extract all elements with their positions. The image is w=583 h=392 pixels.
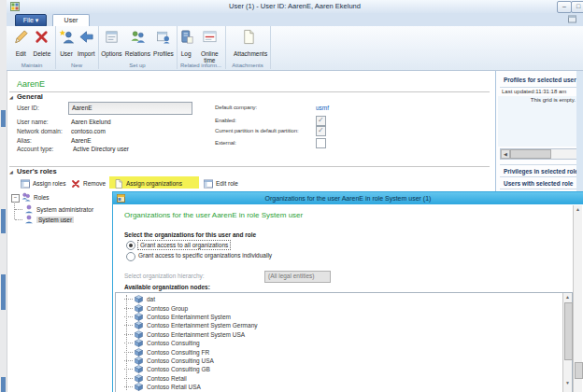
maximize-button[interactable]: □: [571, 1, 583, 13]
pencil-icon: [13, 29, 29, 45]
org-node-label: Contoso Retail: [147, 375, 187, 382]
tree-root-roles[interactable]: Roles: [34, 194, 50, 201]
partition-checkbox[interactable]: [316, 126, 326, 136]
tree-item-system-administrator[interactable]: System administrator: [36, 206, 93, 213]
scroll-up-icon[interactable]: ▲: [563, 293, 572, 301]
titlebar: User (1) - User ID: AarenE, Aaren Ekelun…: [7, 0, 583, 14]
org-node-row[interactable]: Contoso Consulting GB: [116, 365, 572, 373]
org-node-row[interactable]: dat: [116, 295, 572, 303]
factbox-divider: [500, 164, 578, 165]
external-checkbox[interactable]: [316, 138, 326, 148]
org-node-label: dat: [147, 296, 155, 302]
org-node-row[interactable]: Contoso Entertainment System: [116, 313, 572, 321]
org-node-row[interactable]: Contoso Entertainment System Germany: [116, 321, 572, 329]
network-domain-value: contoso.com: [71, 128, 106, 134]
organization-cube-icon: [135, 295, 143, 303]
section-general[interactable]: General: [17, 92, 43, 101]
minimize-button[interactable]: –: [557, 1, 572, 13]
hierarchy-select[interactable]: (All legal entities): [264, 271, 331, 283]
radio-specific-organizations-label[interactable]: Grant access to specific organizations i…: [138, 252, 272, 259]
import-arrow-icon: [78, 29, 94, 45]
radio-all-organizations-label[interactable]: Grant access to all organizations: [137, 240, 231, 250]
organization-cube-icon: [135, 374, 143, 383]
edit-role-button[interactable]: Edit role: [204, 177, 238, 189]
default-company-link[interactable]: usmf: [316, 105, 329, 111]
scroll-thumb[interactable]: [510, 149, 551, 159]
user-id-input[interactable]: AarenE: [68, 102, 192, 115]
scroll-left-icon[interactable]: ◀: [501, 149, 510, 159]
dialog-scrollbar[interactable]: ▲: [573, 205, 582, 392]
org-tree-rows: dat Contoso Group Contoso Entertainment …: [116, 293, 572, 391]
scroll-up-icon[interactable]: ▲: [574, 205, 582, 213]
user-name-label: User name:: [17, 119, 49, 125]
scroll-down-icon[interactable]: ▼: [563, 379, 572, 386]
org-node-row[interactable]: Contoso Retail USA: [116, 383, 572, 391]
factbox-divider: [500, 87, 578, 88]
last-updated-text: Last updated:11:31:18 am: [502, 89, 566, 94]
nav-edge-segment: [1, 377, 6, 392]
enabled-label: Enabled:: [215, 118, 236, 123]
tree-guide: [124, 316, 133, 317]
log-icon: [178, 29, 194, 45]
org-node-row[interactable]: Contoso Entertainment System USA: [116, 330, 572, 339]
options-icon: [104, 29, 120, 45]
factbox-profiles-header[interactable]: Profiles for selected user: [504, 77, 576, 83]
group-label-setup: Set up: [98, 63, 177, 68]
tree-guide: [124, 386, 133, 387]
org-node-row[interactable]: Contoso Consulting FR: [116, 347, 572, 356]
org-tree: dat Contoso Group Contoso Entertainment …: [115, 292, 573, 392]
ribbon: Edit Delete Maintain User Import New Opt…: [7, 26, 583, 71]
organizations-dialog: Organizations for the user AarenE in rol…: [112, 191, 583, 392]
profiles-icon: [155, 29, 171, 45]
org-node-row[interactable]: Contoso Retail: [116, 374, 572, 383]
assign-organizations-button[interactable]: Assign organizations: [114, 177, 182, 189]
organization-cube-icon: [135, 348, 143, 357]
group-label-maintain: Maintain: [8, 63, 55, 68]
tree-guide: [124, 352, 133, 353]
scroll-thumb[interactable]: [564, 302, 573, 360]
assign-roles-button[interactable]: Assign roles: [21, 177, 65, 189]
file-menu-button[interactable]: File ▾: [15, 14, 47, 27]
organization-cube-icon: [135, 330, 143, 339]
user-id-label: User ID:: [17, 105, 39, 111]
tree-expander[interactable]: −: [11, 194, 20, 203]
enabled-checkbox[interactable]: [316, 116, 326, 126]
delete-x-icon: [34, 29, 50, 45]
org-tree-scrollbar[interactable]: ▲ ▼: [562, 293, 572, 392]
factbox-privileges-header[interactable]: Privileges in selected role: [504, 168, 578, 175]
factbox-users-header[interactable]: Users with selected role: [504, 180, 573, 187]
ribbon-group-related: Log Online time Related inform...: [177, 26, 226, 69]
organization-cube-icon: [135, 313, 143, 321]
tab-user[interactable]: User: [52, 14, 90, 27]
org-node-label: Contoso Group: [147, 305, 188, 312]
ribbon-group-setup: Options Relations Profiles Set up: [98, 26, 178, 69]
radio-all-organizations[interactable]: [126, 241, 135, 250]
profiles-grid-hscrollbar[interactable]: ◀: [500, 148, 578, 160]
tree-guide: [124, 299, 133, 300]
remove-role-button[interactable]: Remove: [71, 177, 106, 189]
tree-guide: [124, 369, 133, 370]
user-name-value: Aaren Ekelund: [71, 119, 111, 125]
remove-x-icon: [71, 179, 80, 189]
collapse-triangle-icon[interactable]: ◢: [9, 169, 13, 175]
org-node-row[interactable]: Contoso Consulting USA: [116, 357, 572, 365]
tree-item-system-user[interactable]: System user: [36, 217, 74, 223]
ribbon-tab-row: File ▾ User: [7, 13, 583, 26]
ribbon-group-maintain: Edit Delete Maintain: [8, 26, 56, 69]
org-node-row[interactable]: Contoso Group: [116, 303, 572, 312]
collapse-triangle-icon[interactable]: ◢: [9, 94, 13, 100]
org-node-label: Contoso Consulting: [147, 340, 200, 346]
org-node-label: Contoso Consulting FR: [147, 349, 209, 356]
scroll-thumb[interactable]: [575, 362, 583, 379]
org-node-label: Contoso Retail USA: [147, 384, 201, 390]
org-node-row[interactable]: Contoso Consulting: [116, 339, 572, 347]
section-users-roles[interactable]: User's roles: [17, 167, 57, 175]
org-node-label: Contoso Entertainment System: [147, 314, 231, 320]
partition-label: Current partition is default partition:: [215, 128, 298, 133]
window-corner-icon[interactable]: [568, 15, 576, 23]
default-company-label: Default company:: [215, 105, 257, 110]
window-scrollbar[interactable]: [576, 71, 583, 192]
nav-edge-segment: [1, 209, 6, 233]
radio-specific-organizations[interactable]: [126, 252, 135, 261]
org-node-label: Contoso Consulting USA: [147, 357, 214, 364]
